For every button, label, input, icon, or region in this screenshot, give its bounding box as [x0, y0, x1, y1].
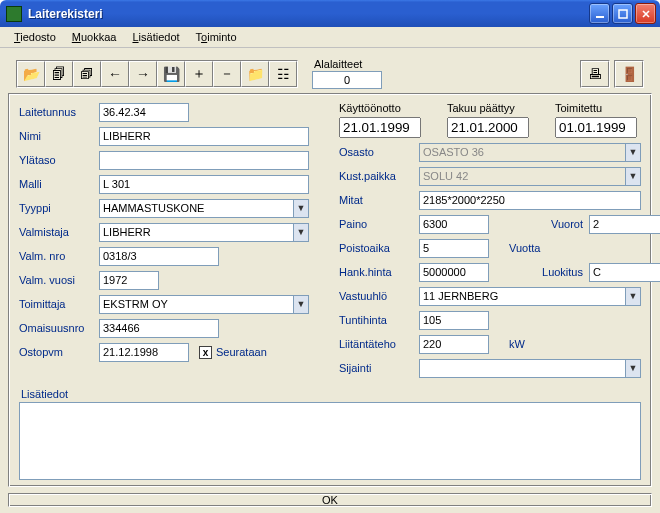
- paino-field[interactable]: [419, 215, 489, 234]
- close-button[interactable]: [635, 3, 656, 24]
- chevron-down-icon[interactable]: ▼: [293, 223, 309, 242]
- chevron-down-icon[interactable]: ▼: [625, 167, 641, 186]
- hankhinta-field[interactable]: [419, 263, 489, 282]
- left-column: Laitetunnus Nimi Ylätaso Malli Tyyppi: [19, 102, 321, 382]
- tree-button[interactable]: ☷: [269, 61, 297, 87]
- client-area: 📂 🗐 🗊 ← → 💾 ＋ － 📁 ☷ Alalaitteet 🖶 🚪: [0, 48, 660, 513]
- arrow-right-icon: →: [136, 66, 150, 82]
- lisatiedot-textarea[interactable]: [19, 402, 641, 480]
- status-bar: OK: [8, 493, 652, 507]
- sijainti-field[interactable]: [419, 359, 625, 378]
- omaisuusnro-label: Omaisuusnro: [19, 322, 99, 334]
- valmnro-field[interactable]: [99, 247, 219, 266]
- vuorot-field[interactable]: [589, 215, 660, 234]
- menu-toiminto[interactable]: Toiminto: [188, 29, 245, 45]
- osasto-field[interactable]: [419, 143, 625, 162]
- copy-icon: 🗐: [52, 66, 66, 82]
- liitantateho-field[interactable]: [419, 335, 489, 354]
- laitetunnus-label: Laitetunnus: [19, 106, 99, 118]
- tyyppi-field[interactable]: [99, 199, 293, 218]
- vastuuhlo-combo[interactable]: ▼: [419, 287, 641, 306]
- toimittaja-label: Toimittaja: [19, 298, 99, 310]
- kustpaikka-field[interactable]: [419, 167, 625, 186]
- print-button[interactable]: 🖶: [581, 61, 609, 87]
- mitat-field[interactable]: [419, 191, 641, 210]
- kustpaikka-combo[interactable]: ▼: [419, 167, 641, 186]
- vastuuhlo-field[interactable]: [419, 287, 625, 306]
- minimize-button[interactable]: [589, 3, 610, 24]
- sijainti-combo[interactable]: ▼: [419, 359, 641, 378]
- open-button[interactable]: 📂: [17, 61, 45, 87]
- date-row: Käyttöönotto Takuu päättyy Toimitettu: [339, 102, 641, 138]
- vastuuhlo-label: Vastuuhlö: [339, 290, 419, 302]
- hankhinta-label: Hank.hinta: [339, 266, 419, 278]
- poistoaika-field[interactable]: [419, 239, 489, 258]
- nav-next-button[interactable]: →: [129, 61, 157, 87]
- luokitus-combo[interactable]: ▼: [589, 263, 641, 282]
- toolbar-group-right: 🖶 🚪: [580, 60, 644, 88]
- toimitettu-field[interactable]: [555, 117, 637, 138]
- malli-label: Malli: [19, 178, 99, 190]
- osasto-label: Osasto: [339, 146, 419, 158]
- door-exit-icon: 🚪: [621, 66, 638, 82]
- minus-icon: －: [220, 65, 234, 83]
- valmistaja-field[interactable]: [99, 223, 293, 242]
- ostopvm-field[interactable]: [99, 343, 189, 362]
- omaisuusnro-field[interactable]: [99, 319, 219, 338]
- menu-muokkaa[interactable]: Muokkaa: [64, 29, 125, 45]
- kayttoonotto-label: Käyttöönotto: [339, 102, 421, 114]
- save-button[interactable]: 💾: [157, 61, 185, 87]
- vuorot-combo[interactable]: ▼: [589, 215, 641, 234]
- remove-button[interactable]: －: [213, 61, 241, 87]
- printer-icon: 🖶: [588, 66, 602, 82]
- chevron-down-icon[interactable]: ▼: [293, 199, 309, 218]
- takuu-field[interactable]: [447, 117, 529, 138]
- right-column: Käyttöönotto Takuu päättyy Toimitettu Os…: [339, 102, 641, 382]
- copy-button[interactable]: 🗐: [45, 61, 73, 87]
- seurataan-checkbox[interactable]: x Seurataan: [199, 346, 267, 359]
- nimi-label: Nimi: [19, 130, 99, 142]
- add-button[interactable]: ＋: [185, 61, 213, 87]
- menu-lisatiedot[interactable]: Lisätiedot: [124, 29, 187, 45]
- menubar: Tiedosto Muokkaa Lisätiedot Toiminto: [0, 27, 660, 48]
- laitetunnus-field[interactable]: [99, 103, 189, 122]
- toimittaja-combo[interactable]: ▼: [99, 295, 309, 314]
- ylataso-label: Ylätaso: [19, 154, 99, 166]
- lisatiedot-label: Lisätiedot: [21, 388, 641, 400]
- window-title: Laiterekisteri: [28, 7, 589, 21]
- chevron-down-icon[interactable]: ▼: [625, 143, 641, 162]
- sijainti-label: Sijainti: [339, 362, 419, 374]
- valmistaja-label: Valmistaja: [19, 226, 99, 238]
- tuntihinta-field[interactable]: [419, 311, 489, 330]
- chevron-down-icon[interactable]: ▼: [293, 295, 309, 314]
- luokitus-field[interactable]: [589, 263, 660, 282]
- svg-rect-1: [619, 10, 627, 18]
- exit-button[interactable]: 🚪: [615, 61, 643, 87]
- valmistaja-combo[interactable]: ▼: [99, 223, 309, 242]
- kayttoonotto-field[interactable]: [339, 117, 421, 138]
- osasto-combo[interactable]: ▼: [419, 143, 641, 162]
- valmvuosi-field[interactable]: [99, 271, 159, 290]
- menu-tiedosto[interactable]: Tiedosto: [6, 29, 64, 45]
- paste-button[interactable]: 🗊: [73, 61, 101, 87]
- ostopvm-label: Ostopvm: [19, 346, 99, 358]
- svg-line-3: [643, 11, 649, 17]
- maximize-button[interactable]: [612, 3, 633, 24]
- alalaitteet-field[interactable]: [312, 71, 382, 89]
- valmnro-label: Valm. nro: [19, 250, 99, 262]
- toimittaja-field[interactable]: [99, 295, 293, 314]
- valmvuosi-label: Valm. vuosi: [19, 274, 99, 286]
- folder-icon: 📁: [247, 66, 264, 82]
- folder-button[interactable]: 📁: [241, 61, 269, 87]
- vuorot-label: Vuorot: [551, 218, 583, 230]
- alalaitteet-label: Alalaitteet: [314, 58, 362, 70]
- ylataso-field[interactable]: [99, 151, 309, 170]
- kustpaikka-label: Kust.paikka: [339, 170, 419, 182]
- nav-prev-button[interactable]: ←: [101, 61, 129, 87]
- chevron-down-icon[interactable]: ▼: [625, 287, 641, 306]
- chevron-down-icon[interactable]: ▼: [625, 359, 641, 378]
- malli-field[interactable]: [99, 175, 309, 194]
- nimi-field[interactable]: [99, 127, 309, 146]
- kw-label: kW: [509, 338, 525, 350]
- tyyppi-combo[interactable]: ▼: [99, 199, 309, 218]
